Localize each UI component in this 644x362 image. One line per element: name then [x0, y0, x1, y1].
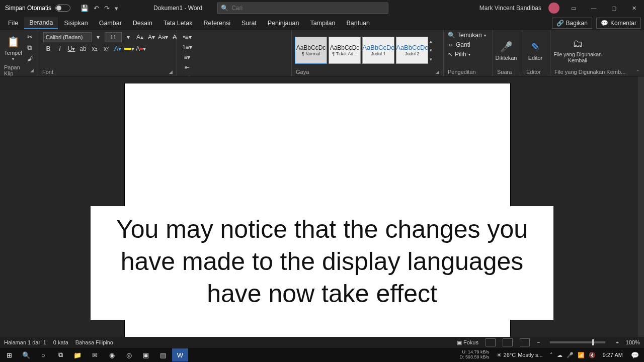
paste-button[interactable]: 📋 Tempel ▾: [2, 33, 24, 63]
explorer-icon[interactable]: 📁: [69, 348, 86, 361]
taskbar-search-icon[interactable]: 🔍: [18, 348, 34, 361]
search-input[interactable]: [231, 5, 385, 12]
user-name[interactable]: Mark Vincent Bandibas: [476, 5, 544, 12]
tab-gambar[interactable]: Gambar: [94, 18, 127, 29]
editor-button[interactable]: ✎Editor: [524, 38, 546, 63]
chrome-icon[interactable]: ◉: [104, 348, 120, 361]
autosave-toggle[interactable]: Simpan Otomatis: [0, 5, 75, 12]
view-read-icon[interactable]: [486, 338, 496, 346]
select-button[interactable]: ↖Pilih▾: [446, 50, 472, 58]
highlight-button[interactable]: ▾: [124, 44, 134, 54]
clock[interactable]: 9:27 AM: [600, 352, 626, 358]
app-icon[interactable]: ▤: [155, 348, 171, 361]
qat-more-icon[interactable]: ▾: [115, 5, 118, 12]
comments-button[interactable]: 💬Komentar: [596, 18, 641, 29]
strike-button[interactable]: ab: [78, 44, 88, 54]
subscript-button[interactable]: x₂: [90, 44, 100, 54]
status-lang[interactable]: Bahasa Filipino: [75, 339, 113, 345]
zoom-slider[interactable]: [550, 341, 605, 343]
task-view-icon[interactable]: ⧉: [52, 348, 68, 361]
tab-tampilan[interactable]: Tampilan: [305, 18, 340, 29]
redo-icon[interactable]: ↷: [104, 5, 110, 12]
word-icon[interactable]: W: [172, 348, 188, 361]
avatar[interactable]: [548, 3, 559, 14]
font-name-input[interactable]: [43, 32, 92, 42]
reuse-files-button[interactable]: 🗂File yang Digunakan Kembali: [552, 35, 603, 65]
styles-more-icon[interactable]: ▾: [430, 57, 437, 62]
shrink-font-icon[interactable]: A▾: [146, 32, 156, 42]
change-case-icon[interactable]: Aa▾: [158, 32, 168, 42]
dialog-launcher-icon[interactable]: ◢: [169, 69, 173, 74]
focus-mode[interactable]: ▣ Fokus: [457, 339, 478, 346]
decrease-indent-icon[interactable]: ⇤: [182, 62, 192, 72]
dialog-launcher-icon[interactable]: ◢: [30, 68, 34, 73]
style-normal[interactable]: AaBbCcDc¶ Normal: [295, 37, 327, 64]
tab-sisipkan[interactable]: Sisipkan: [59, 18, 93, 29]
edge-icon[interactable]: ◎: [121, 348, 137, 361]
ribbon-mode-icon[interactable]: ▭: [564, 0, 584, 16]
store-icon[interactable]: ▣: [138, 348, 154, 361]
vertical-scrollbar[interactable]: [638, 76, 644, 348]
chevron-up-icon[interactable]: ˄: [550, 352, 553, 358]
multilevel-icon[interactable]: ≡▾: [182, 52, 192, 62]
copy-icon[interactable]: ⧉: [27, 44, 34, 52]
tab-referensi[interactable]: Referensi: [198, 18, 235, 29]
document-area[interactable]: You may notice that the changes you have…: [0, 76, 638, 348]
save-icon[interactable]: 💾: [80, 5, 89, 12]
tab-file[interactable]: File: [3, 18, 23, 29]
styles-down-icon[interactable]: ▾: [430, 48, 437, 53]
status-page[interactable]: Halaman 1 dari 1: [4, 339, 46, 345]
font-size-input[interactable]: [105, 32, 122, 42]
replace-button[interactable]: ↔Ganti: [446, 41, 472, 49]
maximize-icon[interactable]: ▢: [604, 0, 624, 16]
cut-icon[interactable]: ✂: [27, 33, 34, 41]
italic-button[interactable]: I: [55, 44, 65, 54]
bold-button[interactable]: B: [43, 44, 53, 54]
chevron-down-icon[interactable]: ▾: [123, 32, 133, 42]
view-print-icon[interactable]: [503, 338, 513, 346]
volume-icon[interactable]: 🔇: [589, 352, 596, 358]
style-heading2[interactable]: AaBbCcDcJudul 2: [396, 37, 428, 64]
superscript-button[interactable]: x²: [101, 44, 111, 54]
view-web-icon[interactable]: [520, 338, 530, 346]
undo-icon[interactable]: ↶: [94, 5, 99, 12]
numbering-icon[interactable]: 1≡▾: [182, 42, 192, 52]
dialog-launcher-icon[interactable]: ◢: [436, 69, 439, 74]
chevron-down-icon[interactable]: ▾: [93, 32, 103, 42]
underline-button[interactable]: U▾: [66, 44, 76, 54]
start-button[interactable]: ⊞: [1, 348, 17, 361]
styles-up-icon[interactable]: ▴: [430, 39, 437, 44]
tab-desain[interactable]: Desain: [128, 18, 157, 29]
wifi-icon[interactable]: 📶: [578, 352, 585, 358]
search-box[interactable]: 🔍: [217, 3, 388, 14]
grow-font-icon[interactable]: A▴: [135, 32, 145, 42]
format-painter-icon[interactable]: 🖌: [27, 55, 34, 62]
minimize-icon[interactable]: —: [584, 0, 604, 16]
mic-tray-icon[interactable]: 🎤: [567, 352, 574, 358]
font-color-button[interactable]: A▾: [136, 44, 146, 54]
weather-widget[interactable]: ☀ 26°C Mostly s...: [494, 352, 546, 358]
tab-bantuan[interactable]: Bantuan: [341, 18, 375, 29]
tab-surat[interactable]: Surat: [236, 18, 262, 29]
close-icon[interactable]: ✕: [624, 0, 644, 16]
onedrive-icon[interactable]: ☁: [557, 352, 562, 358]
zoom-value[interactable]: 100%: [626, 339, 640, 345]
notifications-icon[interactable]: 💬: [627, 348, 643, 361]
dictate-button[interactable]: 🎤Diktekan: [495, 38, 517, 63]
tab-tataletak[interactable]: Tata Letak: [158, 18, 198, 29]
mail-icon[interactable]: ✉: [87, 348, 103, 361]
collapse-ribbon-icon[interactable]: ⌃: [636, 69, 640, 74]
tab-beranda[interactable]: Beranda: [24, 17, 58, 29]
system-tray[interactable]: ˄ ☁ 🎤 📶 🔇: [547, 352, 599, 358]
find-button[interactable]: 🔍Temukan▾: [446, 31, 488, 39]
zoom-in-icon[interactable]: +: [615, 339, 618, 345]
tab-peninjauan[interactable]: Peninjauan: [263, 18, 304, 29]
cortana-icon[interactable]: ○: [35, 348, 51, 361]
bullets-icon[interactable]: •≡▾: [182, 32, 192, 42]
style-heading1[interactable]: AaBbCcDcJudul 1: [362, 37, 394, 64]
zoom-out-icon[interactable]: −: [537, 339, 540, 345]
status-words[interactable]: 0 kata: [53, 339, 68, 345]
text-effects-icon[interactable]: A▾: [113, 44, 123, 54]
share-button[interactable]: 🔗Bagikan: [552, 18, 592, 29]
style-nospacing[interactable]: AaBbCcDc¶ Tidak Ad...: [329, 37, 361, 64]
